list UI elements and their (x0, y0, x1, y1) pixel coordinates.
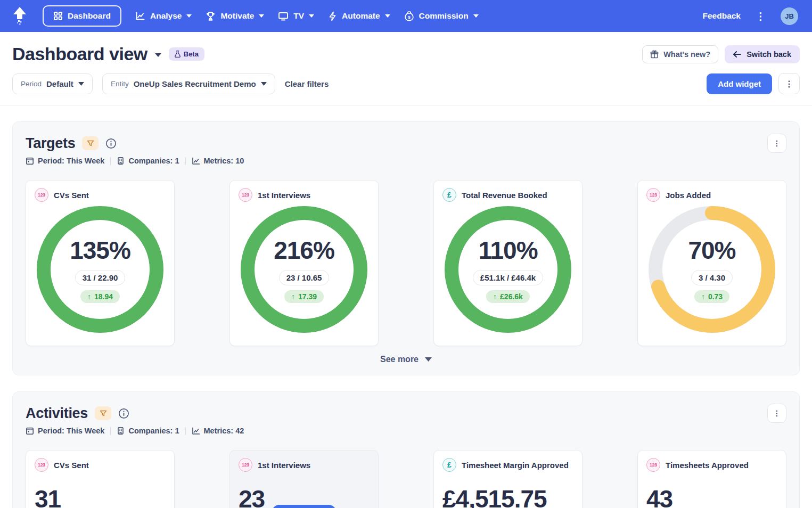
companies-meta: Companies: 1 (117, 157, 179, 165)
target-card[interactable]: 123 Jobs Added 70% 3 / 4.30 ↑0.73 (637, 180, 786, 346)
whats-new-button[interactable]: What's new? (642, 45, 718, 63)
target-gauge: 135% 31 / 22.90 ↑18.94 (37, 206, 163, 333)
chevron-down-icon (425, 357, 432, 362)
arrow-up-icon: ↑ (291, 292, 295, 301)
divider (185, 427, 186, 435)
target-ratio: £51.1k / £46.4k (473, 270, 543, 285)
nav-item-label: Analyse (150, 11, 182, 21)
arrow-left-icon (733, 51, 741, 58)
pound-metric-icon: £ (442, 188, 456, 202)
entity-filter-dropdown[interactable]: Entity OneUp Sales Recruitment Demo (102, 73, 275, 94)
period-meta: Period: This Week (26, 427, 104, 435)
metrics-chart-icon (192, 427, 200, 435)
target-percent: 110% (478, 236, 537, 265)
metric-title: Timesheet Margin Approved (462, 461, 569, 470)
nav-item-label: TV (293, 11, 304, 21)
chevron-down-icon (186, 14, 192, 18)
see-more-button[interactable]: See more (26, 355, 786, 364)
activities-panel: Activities ⋮ Period: This Week (12, 391, 800, 508)
nav-item-label: Commission (419, 11, 469, 21)
dashboard-kebab-menu[interactable]: ⋮ (778, 73, 800, 94)
targets-panel: Targets ⋮ Period: This Week (12, 121, 800, 375)
activities-title: Activities (26, 405, 88, 422)
add-widget-button[interactable]: Add widget (707, 73, 772, 94)
gift-icon (650, 50, 659, 59)
nav-item-automate[interactable]: Automate (328, 11, 390, 21)
switch-back-button[interactable]: Switch back (725, 45, 800, 63)
nav-item-dashboard[interactable]: Dashboard (43, 5, 121, 27)
top-nav: Dashboard Analyse Motivate TV (0, 0, 812, 32)
metric-title: Timesheets Approved (666, 461, 749, 470)
metrics-meta: Metrics: 10 (192, 157, 244, 165)
target-ratio: 3 / 4.30 (691, 270, 733, 285)
divider (185, 157, 186, 165)
target-gauge: 216% 23 / 10.65 ↑17.39 (241, 206, 367, 333)
bolt-icon (328, 11, 337, 21)
chevron-down-icon (259, 14, 264, 18)
chevron-down-icon (473, 14, 479, 18)
target-card[interactable]: 123 1st Interviews 216% 23 / 10.65 ↑17.3… (229, 180, 379, 346)
filter-funnel-icon[interactable] (82, 136, 99, 150)
chevron-down-icon (309, 14, 314, 18)
trophy-icon (206, 11, 216, 21)
divider (110, 427, 111, 435)
page-title: Dashboard view (12, 44, 147, 64)
nav-item-label: Automate (342, 11, 380, 21)
target-delta: ↑£26.6k (486, 290, 530, 303)
metric-title: CVs Sent (54, 191, 89, 200)
avatar[interactable]: JB (781, 7, 798, 25)
activity-card[interactable]: 123 Timesheets Approved 43 (637, 450, 786, 508)
info-icon[interactable] (118, 408, 129, 419)
divider (110, 157, 111, 165)
tv-icon (278, 11, 289, 21)
flask-icon (175, 51, 181, 58)
target-delta: ↑17.39 (284, 290, 324, 303)
target-card[interactable]: £ Total Revenue Booked 110% £51.1k / £46… (433, 180, 583, 346)
chevron-down-icon (385, 14, 390, 18)
target-ratio: 31 / 22.90 (75, 270, 126, 285)
nav-item-analyse[interactable]: Analyse (135, 11, 192, 21)
chevron-down-icon (261, 82, 267, 86)
nav-item-commission[interactable]: $ Commission (404, 11, 479, 21)
target-card[interactable]: 123 CVs Sent 135% 31 / 22.90 ↑18.94 (26, 180, 175, 346)
number-metric-icon: 123 (35, 188, 48, 202)
chevron-down-icon (78, 82, 84, 86)
clear-filters-button[interactable]: Clear filters (285, 79, 329, 88)
number-metric-icon: 123 (239, 458, 252, 472)
metric-title: 1st Interviews (258, 461, 310, 470)
metric-title: 1st Interviews (258, 191, 310, 200)
targets-kebab-menu[interactable]: ⋮ (767, 134, 786, 153)
beta-badge: Beta (169, 47, 204, 61)
targets-title: Targets (26, 135, 75, 152)
arrow-up-icon: ↑ (701, 292, 705, 301)
activity-card[interactable]: 123 CVs Sent 31 (26, 450, 175, 508)
activities-kebab-menu[interactable]: ⋮ (767, 404, 786, 423)
drill-down-button[interactable] (272, 505, 337, 508)
title-caret-icon[interactable] (155, 53, 161, 57)
number-metric-icon: 123 (239, 188, 252, 202)
nav-item-tv[interactable]: TV (278, 11, 314, 21)
nav-item-motivate[interactable]: Motivate (206, 11, 264, 21)
filter-funnel-icon[interactable] (95, 406, 111, 420)
money-bag-icon: $ (404, 11, 414, 21)
calendar-icon (26, 427, 34, 435)
main-content: Targets ⋮ Period: This Week (0, 105, 812, 508)
nav-kebab-menu[interactable]: ⋮ (756, 11, 766, 21)
metric-title: CVs Sent (54, 461, 89, 470)
svg-text:$: $ (408, 15, 411, 20)
number-metric-icon: 123 (646, 458, 660, 472)
feedback-link[interactable]: Feedback (702, 11, 741, 21)
building-icon (117, 427, 125, 435)
target-ratio: 23 / 10.65 (279, 270, 330, 285)
companies-meta: Companies: 1 (117, 427, 179, 435)
info-icon[interactable] (105, 138, 117, 149)
activity-value: 31 (35, 485, 166, 508)
period-filter-dropdown[interactable]: Period Default (12, 73, 93, 94)
target-percent: 135% (70, 236, 130, 265)
activity-card[interactable]: 123 1st Interviews 23 (229, 450, 379, 508)
number-metric-icon: 123 (35, 458, 48, 472)
oneup-logo[interactable] (11, 5, 29, 27)
period-meta: Period: This Week (26, 157, 104, 165)
activity-card[interactable]: £ Timesheet Margin Approved £4,515.75 (433, 450, 583, 508)
target-delta: ↑0.73 (694, 290, 729, 303)
